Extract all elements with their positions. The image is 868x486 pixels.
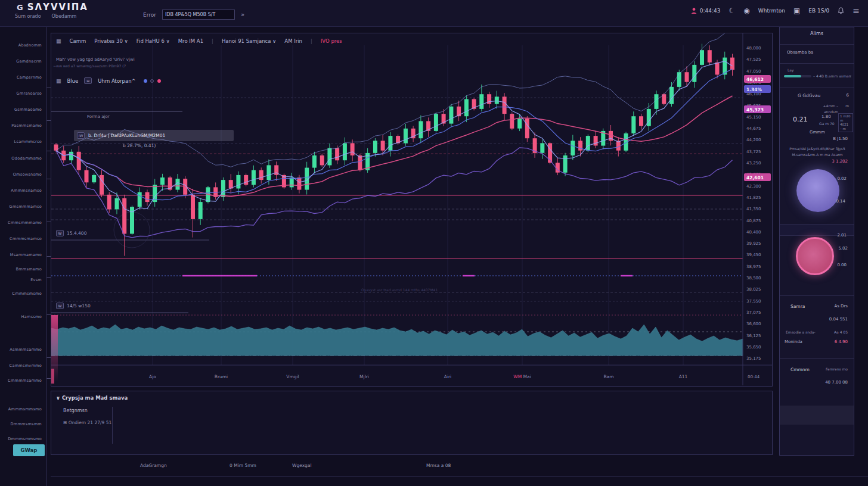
app-logo[interactable]: GSΛYVVIΠA [17,2,88,13]
sidebar-tool-item[interactable]: Lsammmsrso [14,139,42,144]
grid-icon[interactable]: ▦ [56,78,61,84]
sidebar-tool-item[interactable]: Cammsmvmmo [10,363,42,368]
candle-body [115,198,119,210]
y-axis-tick: 35,175 [746,356,761,361]
toolbar-item-3[interactable]: Fid HaHU 6 ∨ [137,38,170,44]
sidebar-tool-item[interactable]: Gmsmmmamso [10,204,42,209]
compare-icon[interactable]: ⊞ [84,77,92,84]
candle-body [85,170,89,183]
sidebar-tool-item[interactable]: Dmmmsmsmm [11,422,42,426]
sidebar-tool-item[interactable]: Cmmsmmmamo [8,220,42,225]
sidebar-tool-item[interactable]: Cmmmmsammo [8,378,42,383]
candle-body [692,65,696,82]
toolbar-item-6[interactable]: AM Irin [284,38,302,44]
nav-link-1[interactable]: Sum orado [15,14,41,19]
sidebar-tool-item[interactable]: Omsowsnsmo [13,172,42,177]
pink-gauge[interactable] [796,237,834,275]
expand-icon[interactable]: » [241,11,243,18]
bottom-col-title[interactable]: Betgnmsn [63,408,88,413]
section-observation[interactable]: Obsamba ba [787,50,813,55]
candle-body [229,180,233,188]
sidebar-tool-item[interactable]: Pasmmsmamo [11,123,42,128]
candle-body [517,119,522,128]
footer-link[interactable]: Wgexgal [292,463,312,468]
sidebar-action-row[interactable] [780,406,854,425]
x-axis-label[interactable]: Bam [603,374,613,379]
style-label[interactable]: Blue [67,78,79,84]
sidebar-tool-item[interactable]: Ammmsnamso [11,188,42,193]
candle-body [145,192,150,202]
stats3-value: 40 7.00 08 [825,380,848,385]
pane3-legend[interactable]: W 14/5 w150 [56,303,91,309]
left-sidebar: AbsdnommGamdnacrmCampsrnmoGmrsnoarsoGsmm… [0,27,47,486]
hamburger-icon[interactable]: ≡ [852,6,860,15]
candle-body [373,141,377,153]
gwap-button[interactable]: GWap [13,444,45,456]
y-axis-tick: 40,400 [746,230,761,235]
sidebar-tool-item[interactable]: Ododammsmo [11,156,42,161]
toolbar-item-1[interactable]: Camm [70,38,86,44]
sidebar-tool-item[interactable]: Gsmmaoamo [14,107,42,112]
symbol-search: Error » [143,10,243,20]
toolbar-item-4[interactable]: Mro IM A1 [178,38,203,44]
candles-icon[interactable]: ▦ [56,38,61,44]
pane2-legend[interactable]: W 15.4.400 [56,230,86,236]
mini-row-1: +4mm – [823,104,838,108]
indicator-toolbar: ▦ Blue ⊞ Uhm Atorpan^ [56,77,161,84]
sidebar-tool-item[interactable]: Dmmmsmmsmo [8,437,42,441]
x-axis-label[interactable]: Mjlri [359,374,369,379]
account-menu[interactable]: Whtrmton [758,8,785,14]
y-axis-tick: 37,075 [746,310,761,315]
toolbar-item-5[interactable]: Hanoi 91 Samjanca ∨ [222,38,276,44]
candle-body [586,136,590,151]
chart-subtitle-2: ~ww wrd a7 wmwmg/saazsrm P0m97 (7 [53,64,126,68]
footer-link[interactable]: 0 Mim 5mm [230,463,256,468]
pane-watermark: Oyasyst asr trad asmd 144 mths 4407M41 [361,288,438,292]
sidebar-tool-item[interactable]: Campsrnmo [17,75,42,80]
price-chart[interactable]: Oyasyst asr trad asmd 144 mths 4407M4148… [51,33,772,386]
sidebar-tool-item[interactable]: Ammmsmmsmo [8,407,42,412]
bell-icon[interactable] [838,7,844,14]
y-axis-tick: 45,150 [746,115,761,120]
user-icon[interactable] [690,7,698,14]
bottom-panel-header[interactable]: ∨ Crypsja ma Mad smava [56,395,128,401]
sidebar-tool-item[interactable]: Cmmmsmsmo [12,291,42,296]
candle-body [290,177,294,187]
bottom-col-item[interactable]: ⊞ Ondiem 21 27/9 51 [63,420,111,425]
axis-clock: 00:44 [748,375,760,379]
purple-gauge[interactable] [796,169,839,212]
x-axis-label[interactable]: Vmgil [286,374,299,379]
layout-icon[interactable]: ▣ [793,7,800,15]
symbol-input[interactable] [162,10,235,20]
sidebar-tool-item[interactable]: Msammamamo [10,253,42,257]
bottom-divider [112,407,113,444]
candle-body [594,136,598,145]
x-axis-label[interactable]: Airi [444,374,451,379]
x-axis-label[interactable]: WM Mai [513,374,531,379]
record-icon[interactable]: ◉ [743,7,749,15]
collapse-chevron-icon[interactable]: ∨ [56,395,60,401]
footer-link[interactable]: AdaGramgn [140,463,167,468]
x-axis-label[interactable]: Ajo [149,374,156,379]
price-badge-text: 1.34% [746,87,762,92]
sidebar-tool-item[interactable]: Cmmmsmamso [10,236,42,241]
footer-link[interactable]: Mmsa a 08 [426,463,451,468]
moon-icon[interactable]: ☾ [729,7,736,15]
x-axis-label[interactable]: A11 [679,374,688,379]
sidebar-tool-item[interactable]: Bmmsmamo [16,267,42,272]
x-axis-label[interactable]: Brumi [215,374,228,379]
sidebar-tool-item[interactable]: Evsm [30,278,42,282]
sidebar-tool-item[interactable]: Absdnomm [18,43,42,48]
sidebar-tool-item[interactable]: Hamssmo [21,314,42,319]
candle-body [404,129,408,144]
toolbar-item-2[interactable]: Privates 30 ∨ [94,38,128,44]
sidebar-tool-item[interactable]: Gamdnacrm [16,59,42,64]
nav-link-2[interactable]: Obedamm [52,14,77,19]
sidebar-tool-item[interactable]: Gmrsnoarso [16,91,42,96]
sidebar-tool-item[interactable]: Asmmmsammo [10,347,42,352]
gauge-row-value: 6 [847,93,849,98]
indicator-label[interactable]: Uhm Atorpan^ [98,78,135,84]
tooltip-line2: b 2E.7%, 0.41) [123,143,156,148]
ratio-label[interactable]: EB 1S/0 [808,8,829,14]
live-toggle[interactable]: IVO pres [321,38,342,44]
